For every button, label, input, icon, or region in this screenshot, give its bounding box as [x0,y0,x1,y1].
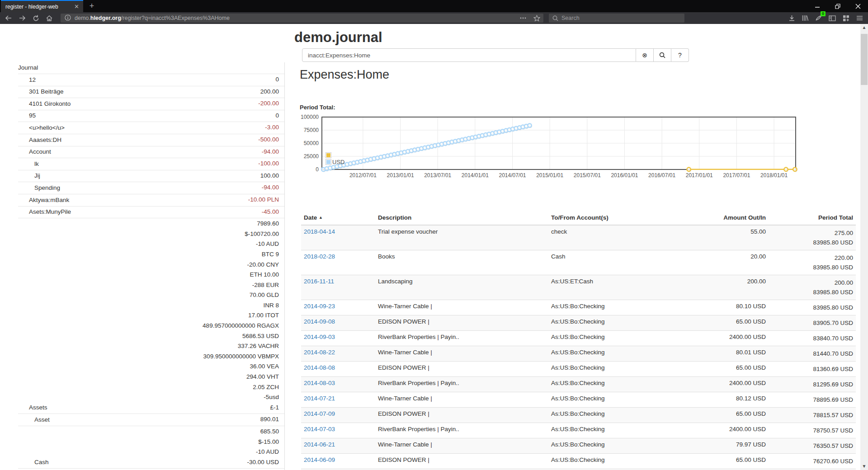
downloads-button[interactable] [785,13,798,23]
url-bar[interactable]: demo.hledger.org/register?q=inacct%3AExp… [61,14,543,23]
scroll-down-arrow[interactable]: ▼ [860,463,868,470]
reload-button[interactable] [29,13,42,23]
account-name-link[interactable]: <u>hello</u> [18,123,265,133]
window-minimize-button[interactable] [807,0,827,12]
period-total-amount: 81295.69 USD [769,377,856,392]
chart-title: Period Total: [300,104,335,111]
svg-text:2016/07/01: 2016/07/01 [648,172,675,179]
sidebar-account-row: 950 [18,110,284,122]
scrollbar-thumb[interactable] [861,34,868,85]
transaction-date-link[interactable]: 2014-06-09 [304,456,335,463]
column-header-date[interactable]: Date ▲ [301,211,375,225]
sidebar-account-row: Asset890.01 [18,414,284,426]
transaction-description: RiverBank Properties | Payin.. [375,377,548,392]
column-header-account[interactable]: To/From Account(s) [548,211,669,225]
account-name-link[interactable]: Spending [18,183,262,193]
balance-amount: 36.00 VEA [203,362,279,372]
transaction-account: As:US:ET:Cash [548,275,669,300]
account-balance: 0 [275,111,284,121]
period-total-amount: 76350.57 USD [769,438,856,454]
account-name-link[interactable]: Journal [18,63,279,73]
browser-tab-active[interactable]: register - hledger-web ✕ [1,0,83,12]
balance-amount: £-1 [203,403,279,413]
site-info-icon[interactable] [61,14,75,22]
account-name-link[interactable]: Asset [18,415,260,425]
account-name-link[interactable]: lk [18,159,258,169]
query-input[interactable] [302,48,636,62]
forward-button[interactable] [15,13,29,23]
bookmark-star-icon[interactable] [530,13,543,23]
transaction-account: As:US:Bo:Checking [548,346,669,362]
window-close-button[interactable] [848,0,868,12]
transaction-date-link[interactable]: 2014-09-23 [304,303,335,310]
transaction-date-link[interactable]: 2018-02-28 [304,253,335,260]
new-tab-button[interactable]: + [85,0,99,12]
hamburger-icon [856,15,863,21]
transaction-date-link[interactable]: 2016-11-11 [304,278,334,285]
search-icon [552,15,558,21]
account-name-link[interactable]: 4101 Girokonto [18,99,258,109]
transaction-date-link[interactable]: 2014-07-21 [304,395,335,402]
clear-query-button[interactable]: ⊗ [636,48,654,62]
account-name-link[interactable]: Jij [18,171,260,181]
menu-button[interactable] [853,13,866,23]
column-header-amount[interactable]: Amount Out/In [669,211,769,225]
search-help-button[interactable]: ? [671,48,689,62]
column-header-description[interactable]: Description [375,211,548,225]
balance-amount: -200.00 [258,99,279,109]
svg-text:2018/01/01: 2018/01/01 [760,172,788,179]
library-button[interactable] [798,13,812,23]
back-button[interactable] [2,13,15,23]
restore-icon [835,4,840,9]
window-restore-button[interactable] [827,0,848,12]
account-name-link[interactable]: Aaasets:DH [18,135,258,145]
register-row: 2014-07-09EDISON POWER |As:US:Bo:Checkin… [301,408,856,423]
account-name-link[interactable]: Asets:MunyPile [18,207,262,217]
page-content: Journal120301 Beiträge200.004101 Girokon… [0,24,868,470]
transaction-date-link[interactable]: 2014-09-08 [304,318,335,325]
minimize-icon [815,4,820,9]
transaction-date-link[interactable]: 2018-04-14 [304,228,335,235]
transaction-date-link[interactable]: 2014-08-03 [304,380,335,386]
balance-amount: BTC 9 [203,249,279,260]
notes-extension-button[interactable]: 0 [812,13,826,23]
scroll-up-arrow[interactable]: ▲ [860,24,868,31]
register-row: 2014-08-08EDISON POWER |As:US:Bo:Checkin… [301,362,856,377]
page-actions-icon[interactable] [516,13,530,23]
account-name-link[interactable]: 95 [18,111,275,121]
account-name-link[interactable]: Aktywa:mBank [18,195,248,205]
account-name-link[interactable]: Cash [18,457,247,467]
transaction-date-link[interactable]: 2014-07-09 [304,410,335,417]
sidebars-button[interactable] [826,13,839,23]
register-row: 2014-09-23Wine-Tarner Cable |As:US:Bo:Ch… [301,300,856,315]
transaction-date-link[interactable]: 2014-09-03 [304,334,335,340]
sidebar-account-row: Aktywa:mBank-10.00 PLN [18,194,284,207]
balance-amount: -94.00 [262,147,279,157]
sort-asc-icon: ▲ [319,215,323,220]
register-row: 2014-09-03RiverBank Properties | Payin..… [301,331,856,346]
home-button[interactable] [42,13,56,23]
browser-search-field[interactable]: Search [549,14,684,23]
transaction-account: As:US:Bo:Checking [548,331,669,346]
transaction-date-link[interactable]: 2014-08-08 [304,364,335,371]
register-row: 2014-06-09EDISON POWER |As:US:Bo:Checkin… [301,454,856,469]
balance-amount: 685.50 [247,427,279,437]
tab-close-icon[interactable]: ✕ [70,3,83,10]
sidebar-account-row: Aaasets:DH-500.00 [18,134,284,146]
account-name-link[interactable]: 301 Beiträge [18,87,260,97]
transaction-date-link[interactable]: 2014-06-21 [304,441,335,448]
transaction-date-link[interactable]: 2014-08-22 [304,349,335,356]
search-submit-button[interactable] [654,48,671,62]
account-name-link[interactable]: Assets [18,403,203,413]
account-name-link[interactable]: 12 [18,75,275,85]
extensions-grid-button[interactable] [839,13,853,23]
transaction-description: Books [375,250,548,275]
page-scrollbar[interactable]: ▲ ▼ [860,24,868,470]
column-header-period-total[interactable]: Period Total [769,211,856,225]
period-total-amount: 275.0083985.80 USD [769,225,856,250]
balance-amount: -30.00 USD [247,457,279,468]
account-name-link[interactable]: Account [18,147,262,157]
account-balance: -200.00 [258,99,284,109]
transaction-date-link[interactable]: 2014-07-03 [304,426,335,432]
transaction-amount: 65.00 USD [669,362,769,377]
